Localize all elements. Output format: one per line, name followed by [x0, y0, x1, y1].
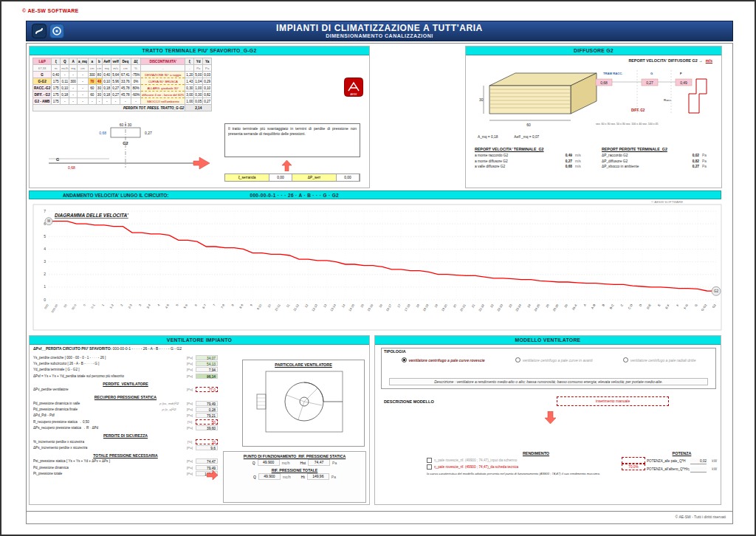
tipologia-option[interactable]: ventilatore centrifugo a pale curve in a…: [515, 357, 593, 363]
xi-cell: 1,43: [185, 78, 194, 85]
discontinuita-cell[interactable]: CURVA 90° BRUSCA: [141, 78, 185, 85]
potenza-value: [690, 467, 707, 473]
punto-item: Q49.900mc/h: [253, 473, 291, 480]
vent-row: Pd_pressione dinamica finaleρ (v_u)²/2[P…: [33, 406, 218, 412]
radio-icon[interactable]: [515, 357, 520, 363]
discontinuita-cell[interactable]: diffusore 4 vie - lancio del 60%: [141, 92, 185, 98]
vent-row-value: 7,94: [196, 367, 218, 372]
tipologia-option[interactable]: ventilatore centrifugo a pale curve rove…: [402, 357, 485, 363]
report-unit: Pa: [699, 159, 717, 163]
value-cell: 175: [52, 98, 61, 105]
radio-icon[interactable]: [623, 357, 628, 363]
yd-cell: 1,04: [194, 78, 203, 85]
report-unit: Pa: [699, 154, 717, 157]
rendimento-value[interactable]: [622, 457, 645, 464]
discontinuita-cell[interactable]: ALLARG. graduale 30°: [141, 85, 185, 92]
vent-row-label: Pd_pressione dinamica finale: [33, 408, 154, 411]
vent-row-unit: [Pa]: [184, 368, 196, 371]
checkbox-icon[interactable]: [427, 464, 432, 470]
vent-row-unit: [Pa]: [184, 426, 196, 430]
vent-row-label: Pd_pressione dinamica in valle: [33, 402, 154, 405]
yd-cell: 5,00: [194, 72, 203, 78]
page-subtitle: DIMENSIONAMENTO CANALIZZAZIONI: [27, 33, 732, 38]
svg-text:0,49: 0,49: [680, 80, 687, 85]
report-velocita-terminale: REPORT VELOCITA' TERMINALE_G2 a monte ra…: [475, 147, 590, 170]
diffusore-reports: REPORT VELOCITA' TERMINALE_G2 a monte ra…: [475, 147, 717, 170]
punto-item: Ht149,96Pa: [301, 473, 336, 480]
value-cell: 0,18: [103, 85, 111, 92]
svg-text:AESW: AESW: [351, 93, 357, 96]
vent-row-value: 9,6: [196, 445, 218, 450]
tratto-col-header: Q: [61, 58, 69, 65]
rendimento-value[interactable]: 70,0%: [622, 464, 645, 470]
vent-row-label: ΔPv_perdite ventilatore: [33, 388, 154, 391]
serranda-dp-value[interactable]: 0,00: [336, 174, 360, 181]
svg-text:1: 1: [44, 284, 46, 289]
value-cell: 175: [52, 92, 61, 98]
tratto-unit-cell: cm: [96, 65, 103, 72]
diffusore-isometric-drawing: 30 60: [475, 67, 608, 135]
discontinuita-cell[interactable]: DEVIAZIONE 90° a raggio: [141, 72, 185, 78]
tratto-col-header: Δξ: [131, 58, 141, 65]
vent-row-value: 79,21: [196, 413, 218, 418]
punto-unit: Pa: [331, 475, 336, 479]
report-row: a monte raccordo G20,49m/s: [475, 153, 590, 159]
serranda-xi-value[interactable]: 0,00: [269, 174, 292, 181]
value-cell: 0,27: [111, 85, 120, 92]
vent-row-value: 0,28: [196, 407, 218, 412]
value-cell: -: [77, 85, 88, 92]
tratto-row: G-G21750,11300-70400,105,9633,760%CURVA …: [33, 78, 212, 85]
descrizione-modello-input[interactable]: inserimento manuale: [557, 396, 669, 406]
unit-ms: m/s: [706, 58, 712, 63]
potenza-unit: kW: [707, 459, 717, 463]
report-row: a valle diffusore G20,68m/s: [475, 164, 590, 170]
report-row: a monte diffusore G20,27m/s: [475, 159, 590, 165]
report-row: ΔP_raccordo G20,02Pa: [602, 153, 717, 159]
discontinuita-cell[interactable]: SBOCCO nell'ambiente: [141, 98, 185, 105]
value-cell: 5,96: [111, 78, 120, 85]
panel-ventilatore-impianto: VENTILATORE IMPIANTO ΔPsf__PERDITA CIRCU…: [29, 335, 370, 505]
ya-cell: 0,10: [203, 85, 212, 92]
report-label: ΔP_diffusore G2: [602, 159, 680, 163]
report-unit: m/s: [572, 154, 590, 157]
value-cell: 175: [52, 85, 61, 92]
vent-row-unit: [Pa]: [184, 413, 196, 417]
vent-row: ΔPs_incremento perdite x sicurezza[Pa]9,…: [33, 444, 218, 450]
radio-icon[interactable]: [402, 357, 407, 363]
page-title: IMPIANTI DI CLIMATIZZAZIONE A TUTT'ARIA: [27, 23, 732, 33]
svg-text:sez. 60 x 30 sez. 50 x 30: sez. 60 x 30 sez. 50 x 30 sez. 100 x 40 …: [596, 123, 659, 126]
value-cell: -: [69, 98, 78, 105]
svg-text:3: 3: [44, 259, 46, 264]
app-logo-icon: [49, 24, 64, 38]
vent-row-value: 34,07: [196, 355, 218, 360]
value-cell: 67,41: [120, 72, 131, 78]
value-cell: -: [61, 98, 69, 105]
punto-label: Ht: [301, 475, 305, 479]
panel-header-tratto: TRATTO TERMINALE PIU' SFAVORITO_G-G2: [30, 47, 369, 55]
total-label: PERDITA TOT. PRESS. TRATTO_G-G2: [33, 105, 185, 111]
value-cell: 0,11: [61, 78, 69, 85]
tratto-col-header: ξ: [52, 58, 61, 65]
ventilatore-rows: Ys_perdite cinetiche [ 000 - 00 - 0 - 1 …: [33, 354, 218, 477]
svg-text:5: 5: [44, 234, 46, 238]
value-cell: -: [77, 72, 88, 78]
vent-row-value[interactable]: 50: [196, 419, 218, 425]
report-label: ΔP_raccordo G2: [602, 154, 680, 157]
svg-text:DIFF. G2: DIFF. G2: [631, 109, 645, 112]
report-value: 0,82: [680, 159, 699, 163]
right-arrow-icon: [207, 470, 218, 480]
tratto-col-header: Deq: [120, 58, 131, 65]
vent-row: ΔPd_Pdi - Pdf[Pa]79,21: [33, 413, 218, 419]
value-cell: 30: [96, 92, 103, 98]
potenza-unit: kW: [707, 467, 717, 471]
tipologia-option[interactable]: ventilatore centrifugo a pale radiali dr…: [623, 357, 696, 363]
aesw-logo-icon: AESW: [344, 78, 363, 97]
segment-name: G2 - AMB: [33, 98, 52, 105]
checkbox-icon[interactable]: [427, 458, 432, 463]
rendimento-row: η_pale rovescie_rif. (49900 ; 74,47)_inp…: [427, 457, 645, 464]
vent-row-value[interactable]: 10: [196, 439, 218, 444]
vent-row-label: ΔPd_Pdi - Pdf: [33, 413, 154, 417]
vent-row-value[interactable]: 77,0: [196, 387, 218, 392]
svg-text:0,68: 0,68: [600, 80, 608, 85]
up-arrow-icon: [282, 160, 292, 171]
